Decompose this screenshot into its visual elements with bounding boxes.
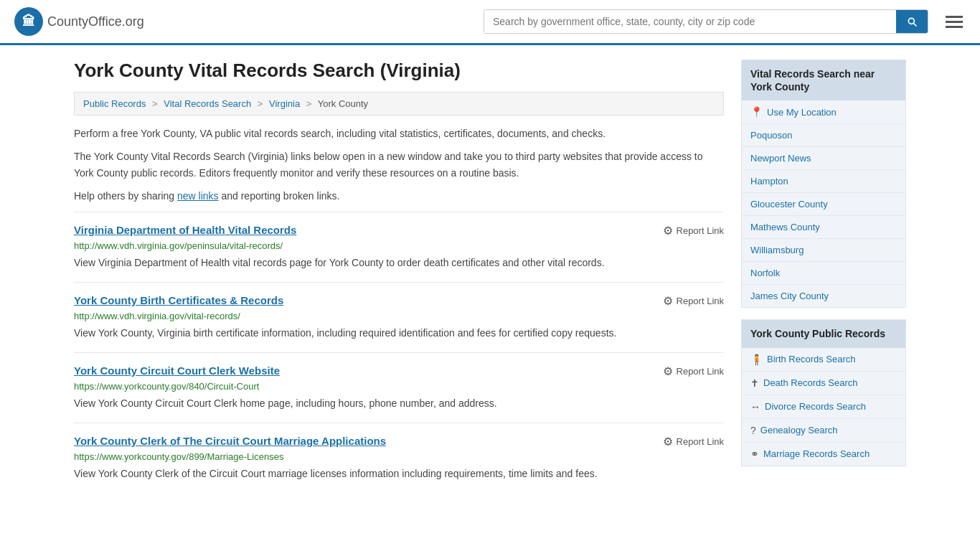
hampton-link[interactable]: Hampton <box>750 176 788 187</box>
result-title-1[interactable]: Virginia Department of Health Vital Reco… <box>74 224 296 236</box>
search-icon <box>906 16 918 27</box>
menu-icon-bar1 <box>946 16 963 18</box>
sidebar-item-divorce-records[interactable]: ↔ Divorce Records Search <box>742 395 905 419</box>
sidebar-item-james-city-county[interactable]: James City County <box>742 285 905 307</box>
sidebar-section-title-nearby: Vital Records Search near York County <box>742 60 905 100</box>
breadcrumb-york-county: York County <box>318 98 368 109</box>
result-title-4[interactable]: York County Clerk of The Circuit Court M… <box>74 435 386 447</box>
result-url-2: http://www.vdh.virginia.gov/vital-record… <box>74 311 724 321</box>
sidebar-item-birth-records[interactable]: 🧍 Birth Records Search <box>742 348 905 372</box>
sidebar-item-hampton[interactable]: Hampton <box>742 170 905 193</box>
result-url-4: https://www.yorkcounty.gov/899/Marriage-… <box>74 451 724 462</box>
james-city-county-link[interactable]: James City County <box>750 291 829 301</box>
death-records-icon: ✝ <box>750 377 759 389</box>
search-input[interactable] <box>484 10 896 33</box>
page-title: York County Vital Records Search (Virgin… <box>74 60 724 82</box>
divorce-records-link[interactable]: Divorce Records Search <box>765 401 866 412</box>
result-desc-1: View Virginia Department of Health vital… <box>74 255 724 270</box>
menu-icon-bar2 <box>946 21 963 23</box>
poquoson-link[interactable]: Poquoson <box>750 130 793 141</box>
result-card-3: York County Circuit Court Clerk Website … <box>74 352 724 423</box>
breadcrumb-sep3: > <box>306 98 312 109</box>
marriage-records-icon: ⚭ <box>750 448 759 460</box>
breadcrumb: Public Records > Vital Records Search > … <box>74 92 724 116</box>
menu-button[interactable] <box>943 10 966 34</box>
breadcrumb-public-records[interactable]: Public Records <box>83 98 146 109</box>
breadcrumb-sep2: > <box>258 98 263 109</box>
mathews-county-link[interactable]: Mathews County <box>750 222 820 232</box>
sidebar-use-my-location[interactable]: 📍 Use My Location <box>742 100 905 124</box>
sidebar-item-mathews-county[interactable]: Mathews County <box>742 216 905 239</box>
logo-text: CountyOffice.org <box>47 14 144 29</box>
intro-paragraph-2: The York County Vital Records Search (Vi… <box>74 149 724 181</box>
new-links-link[interactable]: new links <box>177 190 219 202</box>
sidebar: Vital Records Search near York County 📍 … <box>741 60 906 493</box>
result-card-1: Virginia Department of Health Vital Reco… <box>74 212 724 282</box>
result-header-1: Virginia Department of Health Vital Reco… <box>74 224 724 237</box>
use-my-location-link[interactable]: Use My Location <box>767 107 837 118</box>
result-desc-2: View York County, Virginia birth certifi… <box>74 326 724 341</box>
sidebar-item-death-records[interactable]: ✝ Death Records Search <box>742 372 905 395</box>
report-link-btn-3[interactable]: ⚙ Report Link <box>663 364 724 378</box>
genealogy-icon: ? <box>750 425 756 436</box>
result-card-4: York County Clerk of The Circuit Court M… <box>74 423 724 493</box>
result-header-3: York County Circuit Court Clerk Website … <box>74 364 724 378</box>
result-desc-3: View York County Circuit Court Clerk hom… <box>74 396 724 411</box>
site-header: 🏛 CountyOffice.org <box>0 0 980 45</box>
result-header-4: York County Clerk of The Circuit Court M… <box>74 435 724 448</box>
genealogy-link[interactable]: Genealogy Search <box>760 425 838 435</box>
sidebar-item-poquoson[interactable]: Poquoson <box>742 124 905 147</box>
result-url-3: https://www.yorkcounty.gov/840/Circuit-C… <box>74 381 724 392</box>
search-bar <box>484 9 928 34</box>
result-title-2[interactable]: York County Birth Certificates & Records <box>74 294 283 306</box>
main-container: York County Vital Records Search (Virgin… <box>60 45 920 507</box>
intro-paragraph-3: Help others by sharing new links and rep… <box>74 188 724 204</box>
location-pin-icon: 📍 <box>750 106 763 118</box>
menu-icon-bar3 <box>946 26 963 28</box>
search-button[interactable] <box>896 10 928 33</box>
sidebar-section-public-records: York County Public Records 🧍 Birth Recor… <box>741 319 906 466</box>
sidebar-item-genealogy[interactable]: ? Genealogy Search <box>742 419 905 443</box>
result-title-3[interactable]: York County Circuit Court Clerk Website <box>74 364 280 377</box>
report-icon-4: ⚙ <box>663 435 673 448</box>
norfolk-link[interactable]: Norfolk <box>750 268 780 278</box>
breadcrumb-vital-records[interactable]: Vital Records Search <box>164 98 251 109</box>
sidebar-item-marriage-records[interactable]: ⚭ Marriage Records Search <box>742 443 905 466</box>
divorce-records-icon: ↔ <box>750 401 760 413</box>
site-logo[interactable]: 🏛 CountyOffice.org <box>14 7 144 36</box>
breadcrumb-sep1: > <box>152 98 158 109</box>
result-desc-4: View York County Clerk of the Circuit Co… <box>74 466 724 481</box>
death-records-link[interactable]: Death Records Search <box>763 377 858 388</box>
content-area: York County Vital Records Search (Virgin… <box>74 60 724 493</box>
report-icon-3: ⚙ <box>663 364 673 378</box>
report-icon-1: ⚙ <box>663 224 673 237</box>
sidebar-item-norfolk[interactable]: Norfolk <box>742 262 905 285</box>
newport-news-link[interactable]: Newport News <box>750 153 811 164</box>
result-header-2: York County Birth Certificates & Records… <box>74 294 724 308</box>
intro-paragraph-1: Perform a free York County, VA public vi… <box>74 126 724 141</box>
breadcrumb-virginia[interactable]: Virginia <box>269 98 300 109</box>
gloucester-county-link[interactable]: Gloucester County <box>750 199 828 209</box>
sidebar-item-gloucester-county[interactable]: Gloucester County <box>742 193 905 216</box>
report-link-btn-4[interactable]: ⚙ Report Link <box>663 435 724 448</box>
birth-records-icon: 🧍 <box>750 354 763 365</box>
report-link-btn-1[interactable]: ⚙ Report Link <box>663 224 724 237</box>
sidebar-item-newport-news[interactable]: Newport News <box>742 147 905 170</box>
result-url-1: http://www.vdh.virginia.gov/peninsula/vi… <box>74 240 724 251</box>
williamsburg-link[interactable]: Williamsburg <box>750 245 804 255</box>
report-link-btn-2[interactable]: ⚙ Report Link <box>663 294 724 308</box>
sidebar-item-williamsburg[interactable]: Williamsburg <box>742 239 905 262</box>
logo-icon: 🏛 <box>14 7 43 36</box>
result-card-2: York County Birth Certificates & Records… <box>74 282 724 352</box>
sidebar-section-title-public-records: York County Public Records <box>742 320 905 347</box>
sidebar-section-nearby: Vital Records Search near York County 📍 … <box>741 60 906 308</box>
report-icon-2: ⚙ <box>663 294 673 308</box>
marriage-records-link[interactable]: Marriage Records Search <box>763 448 870 459</box>
birth-records-link[interactable]: Birth Records Search <box>767 354 856 364</box>
